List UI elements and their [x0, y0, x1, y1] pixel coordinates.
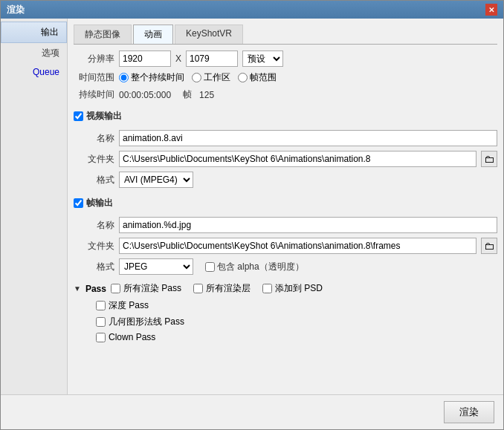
pass-section: ▼ Pass 所有渲染 Pass 所有渲染层: [74, 282, 497, 342]
video-format-row: 格式 AVI (MPEG4) MP4 MOV: [74, 172, 497, 188]
resolution-label: 分辨率: [74, 53, 114, 65]
radio-whole-duration[interactable]: 整个持续时间: [119, 71, 184, 84]
time-range-radio-group: 整个持续时间 工作区 帧范围: [119, 71, 277, 84]
form-section: 分辨率 X 预设 时间范围 整个持续时间: [74, 51, 497, 342]
sidebar-item-output[interactable]: 输出: [1, 22, 67, 43]
frame-count: 125: [199, 90, 214, 100]
video-output-title: 视频输出: [86, 110, 122, 123]
resolution-row: 分辨率 X 预设: [74, 51, 497, 67]
pass-header: ▼ Pass 所有渲染 Pass 所有渲染层: [74, 282, 497, 295]
all-render-layer-checkbox[interactable]: [193, 284, 203, 293]
clown-pass-checkbox[interactable]: [96, 333, 106, 342]
frame-folder-label: 文件夹: [74, 240, 114, 253]
sidebar-item-options[interactable]: 选项: [1, 43, 67, 63]
tab-bar: 静态图像 动画 KeyShotVR: [74, 25, 497, 45]
tab-animation[interactable]: 动画: [133, 25, 173, 44]
tab-static-image[interactable]: 静态图像: [74, 25, 132, 44]
folder-icon-2: 🗀: [484, 240, 494, 252]
radio-work-area[interactable]: 工作区: [192, 71, 230, 84]
main-window: 渲染 ✕ 输出 选项 Queue 静态图像 动画: [0, 0, 504, 430]
frame-output-checkbox[interactable]: [74, 198, 83, 208]
duration-value: 00:00:05:000: [119, 90, 171, 100]
duration-row: 持续时间 00:00:05:000 帧 125: [74, 88, 497, 101]
right-panel: 静态图像 动画 KeyShotVR 分辨率 X 预设: [68, 19, 503, 394]
pass-options: 所有渲染 Pass 所有渲染层 添加到 PSD: [111, 282, 323, 295]
frame-format-select[interactable]: JPEG PNG EXR TIFF: [119, 258, 193, 275]
bottom-bar: 渲染: [1, 394, 503, 429]
video-folder-browse-button[interactable]: 🗀: [481, 151, 497, 167]
video-output-header: 视频输出: [74, 110, 497, 123]
all-render-pass-checkbox[interactable]: [111, 284, 120, 293]
video-format-label: 格式: [74, 174, 114, 186]
video-name-input[interactable]: [119, 130, 497, 146]
add-to-psd-option[interactable]: 添加到 PSD: [262, 282, 323, 295]
time-range-label: 时间范围: [74, 71, 114, 84]
frame-folder-browse-button[interactable]: 🗀: [481, 238, 497, 254]
frame-output-title: 帧输出: [86, 197, 113, 209]
pass-items: 深度 Pass 几何图形法线 Pass Clown Pass: [96, 299, 497, 342]
frame-folder-row: 文件夹 🗀: [74, 238, 497, 254]
video-folder-input[interactable]: [119, 151, 476, 167]
x-separator: X: [175, 53, 181, 64]
frame-name-input[interactable]: [119, 217, 497, 233]
frame-name-row: 名称: [74, 217, 497, 233]
main-content: 输出 选项 Queue 静态图像 动画 KeyShotVR: [1, 19, 503, 394]
tab-keyshot-vr[interactable]: KeyShotVR: [175, 25, 243, 44]
frame-folder-input[interactable]: [119, 238, 476, 254]
alpha-checkbox[interactable]: [205, 262, 215, 272]
video-name-row: 名称: [74, 130, 497, 146]
geometry-normal-pass-item[interactable]: 几何图形法线 Pass: [96, 316, 497, 328]
clown-pass-item[interactable]: Clown Pass: [96, 332, 497, 342]
preset-select[interactable]: 预设: [242, 51, 283, 67]
video-name-label: 名称: [74, 132, 114, 145]
all-render-pass-option[interactable]: 所有渲染 Pass: [111, 282, 181, 295]
video-format-select[interactable]: AVI (MPEG4) MP4 MOV: [119, 172, 193, 188]
frame-output-header: 帧输出: [74, 197, 497, 209]
render-button[interactable]: 渲染: [444, 401, 494, 423]
video-folder-label: 文件夹: [74, 153, 114, 166]
sidebar-item-queue[interactable]: Queue: [1, 63, 67, 81]
alpha-label: 包含 alpha（透明度）: [217, 261, 304, 273]
all-render-layer-option[interactable]: 所有渲染层: [193, 282, 251, 295]
sidebar: 输出 选项 Queue: [1, 19, 68, 394]
frame-format-label: 格式: [74, 261, 114, 273]
add-to-psd-checkbox[interactable]: [262, 284, 272, 293]
pass-arrow-icon[interactable]: ▼: [74, 284, 81, 293]
pass-label: Pass: [85, 284, 106, 294]
window-title: 渲染: [7, 4, 25, 16]
duration-label: 持续时间: [74, 88, 114, 101]
frame-name-label: 名称: [74, 219, 114, 232]
depth-pass-checkbox[interactable]: [96, 301, 106, 310]
geometry-normal-pass-checkbox[interactable]: [96, 317, 106, 327]
frame-label: 帧: [183, 88, 192, 101]
depth-pass-item[interactable]: 深度 Pass: [96, 299, 497, 312]
video-folder-row: 文件夹 🗀: [74, 151, 497, 167]
radio-frame-range[interactable]: 帧范围: [238, 71, 277, 84]
resolution-height-input[interactable]: [186, 51, 238, 67]
resolution-width-input[interactable]: [119, 51, 171, 67]
title-bar: 渲染 ✕: [1, 1, 503, 19]
frame-format-row: 格式 JPEG PNG EXR TIFF 包含 alpha（透明度）: [74, 258, 497, 275]
video-output-checkbox[interactable]: [74, 111, 83, 121]
close-button[interactable]: ✕: [485, 4, 497, 16]
alpha-checkbox-label[interactable]: 包含 alpha（透明度）: [205, 261, 304, 273]
time-range-row: 时间范围 整个持续时间 工作区 帧范围: [74, 71, 497, 84]
folder-icon: 🗀: [484, 153, 494, 165]
